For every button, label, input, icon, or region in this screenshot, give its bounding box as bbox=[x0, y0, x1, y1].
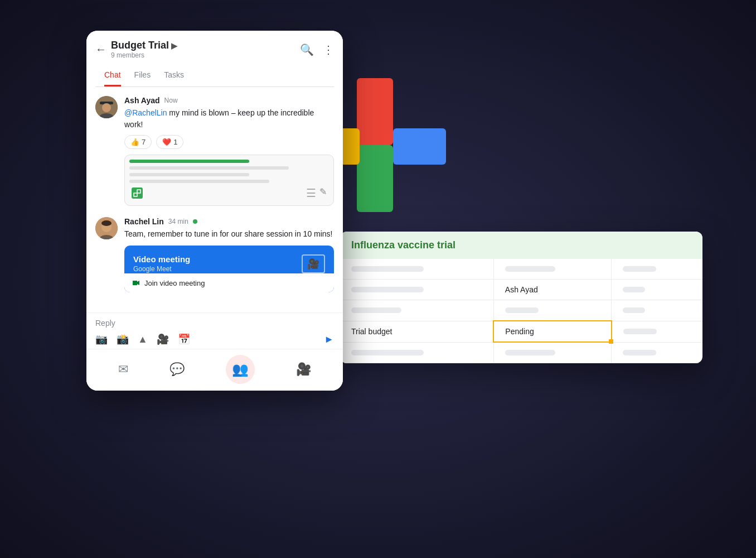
cell-pending-value[interactable]: Pending bbox=[493, 321, 612, 342]
sheet-header: Influenza vaccine trial bbox=[340, 232, 702, 259]
tab-tasks[interactable]: Tasks bbox=[164, 70, 184, 86]
table-row bbox=[340, 342, 702, 363]
svg-point-13 bbox=[101, 220, 112, 226]
placeholder-11 bbox=[505, 350, 555, 355]
placeholder-12 bbox=[623, 350, 656, 355]
table-row bbox=[340, 300, 702, 321]
tab-chat[interactable]: Chat bbox=[104, 70, 121, 86]
attachment-preview: ☰ ✎ bbox=[124, 155, 334, 206]
chat-tabs: Chat Files Tasks bbox=[95, 64, 334, 87]
svg-point-7 bbox=[102, 103, 111, 112]
tab-files[interactable]: Files bbox=[134, 70, 151, 86]
message-2-text: Team, remember to tune in for our share … bbox=[124, 228, 334, 240]
mention-rachel: @RachelLin bbox=[124, 108, 167, 117]
placeholder-4 bbox=[351, 287, 424, 292]
bottom-nav: ✉ 💬 👥 🎥 bbox=[86, 349, 343, 391]
chat-messages: Ash Ayad Now @RachelLin my mind is blown… bbox=[86, 87, 343, 312]
avatar-ash bbox=[95, 96, 118, 118]
reply-tools-left: 📷 📸 ▲ 🎥 📅 bbox=[95, 333, 190, 345]
chat-subtitle: 9 members bbox=[111, 51, 177, 59]
reaction-thumbsup[interactable]: 👍 7 bbox=[124, 135, 152, 149]
video-meeting-sub: Google Meet bbox=[133, 265, 190, 273]
avatar-rachel bbox=[95, 217, 118, 239]
placeholder-7 bbox=[505, 307, 539, 313]
chat-title-arrow: ▶ bbox=[171, 41, 177, 50]
sheet-table: Ash Ayad Trial budget Pending bbox=[340, 259, 702, 363]
message-1: Ash Ayad Now @RachelLin my mind is blown… bbox=[95, 96, 334, 206]
chat-header-left: ← Budget Trial ▶ 9 members bbox=[95, 40, 177, 59]
chat-title-group: Budget Trial ▶ 9 members bbox=[111, 40, 177, 59]
cell-label-5 bbox=[340, 342, 493, 363]
nav-mail-icon[interactable]: ✉ bbox=[118, 362, 128, 377]
svg-rect-1 bbox=[357, 145, 393, 212]
cell-value-3 bbox=[493, 300, 612, 321]
cell-extra-3 bbox=[612, 300, 702, 321]
back-icon[interactable]: ← bbox=[95, 43, 106, 56]
placeholder-5 bbox=[623, 287, 645, 292]
camera-icon[interactable]: 📸 bbox=[117, 333, 129, 345]
chat-panel: ← Budget Trial ▶ 9 members 🔍 ⋮ Chat File… bbox=[86, 31, 343, 391]
reply-input[interactable]: Reply bbox=[95, 319, 334, 328]
placeholder-1 bbox=[351, 266, 424, 272]
message-1-time: Now bbox=[164, 97, 178, 104]
message-1-text: @RachelLin my mind is blown – keep up th… bbox=[124, 107, 334, 131]
video-camera-icon: 🎥 bbox=[302, 254, 325, 273]
drive-icon[interactable]: ▲ bbox=[138, 334, 148, 345]
nav-meet-icon[interactable]: 🎥 bbox=[296, 362, 311, 377]
message-2: Rachel Lin 34 min Team, remember to tune… bbox=[95, 217, 334, 292]
nav-spaces-icon: 👥 bbox=[232, 362, 249, 377]
cell-extra-2 bbox=[612, 280, 702, 300]
placeholder-2 bbox=[505, 266, 555, 272]
chat-header-icons: 🔍 ⋮ bbox=[300, 43, 334, 56]
attachment-expand-icon[interactable] bbox=[132, 187, 143, 199]
attachment-line-4 bbox=[129, 180, 269, 183]
more-options-icon[interactable]: ⋮ bbox=[323, 43, 334, 56]
image-icon[interactable]: 📷 bbox=[95, 333, 108, 345]
reply-area: Reply 📷 📸 ▲ 🎥 📅 ► bbox=[86, 312, 343, 349]
cell-value-1 bbox=[493, 259, 612, 280]
table-row-trial-budget: Trial budget Pending bbox=[340, 321, 702, 342]
svg-rect-3 bbox=[393, 128, 446, 165]
attachment-actions: ☰ ✎ bbox=[129, 183, 329, 201]
cell-value-5 bbox=[493, 342, 612, 363]
message-1-content: Ash Ayad Now @RachelLin my mind is blown… bbox=[124, 96, 334, 206]
video-meeting-card: Video meeting Google Meet 🎥 Join video m… bbox=[124, 246, 334, 292]
reaction-heart[interactable]: ❤️ 1 bbox=[156, 135, 183, 149]
join-video-link[interactable]: Join video meeting bbox=[124, 273, 334, 292]
cell-extra-5 bbox=[612, 342, 702, 363]
table-row: Ash Ayad bbox=[340, 280, 702, 300]
message-2-sender: Rachel Lin bbox=[124, 217, 164, 226]
meet-icon bbox=[131, 278, 141, 288]
attachment-stacked-icon: ☰ bbox=[306, 186, 316, 200]
cell-trial-budget-label: Trial budget bbox=[340, 321, 493, 342]
calendar-icon[interactable]: 📅 bbox=[178, 333, 190, 345]
placeholder-6 bbox=[351, 307, 401, 313]
attachment-line-3 bbox=[129, 173, 249, 176]
nav-chat-icon[interactable]: 💬 bbox=[169, 362, 185, 377]
spreadsheet-panel: Influenza vaccine trial Ash Ayad bbox=[340, 232, 702, 363]
svg-rect-10 bbox=[137, 190, 140, 193]
cell-value-ash: Ash Ayad bbox=[493, 280, 612, 300]
search-icon[interactable]: 🔍 bbox=[300, 43, 314, 56]
placeholder-8 bbox=[623, 307, 645, 313]
video-icon[interactable]: 🎥 bbox=[157, 333, 169, 345]
placeholder-10 bbox=[351, 350, 424, 355]
message-2-content: Rachel Lin 34 min Team, remember to tune… bbox=[124, 217, 334, 292]
attachment-lines bbox=[129, 160, 329, 183]
cell-extra-1 bbox=[612, 259, 702, 280]
message-1-reactions: 👍 7 ❤️ 1 bbox=[124, 135, 334, 149]
placeholder-3 bbox=[623, 266, 656, 272]
cell-label-3 bbox=[340, 300, 493, 321]
attachment-line-2 bbox=[129, 166, 289, 170]
attachment-edit-icon[interactable]: ✎ bbox=[319, 186, 327, 200]
chat-header: ← Budget Trial ▶ 9 members 🔍 ⋮ Chat File… bbox=[86, 31, 343, 87]
cell-label-1 bbox=[340, 259, 493, 280]
svg-rect-0 bbox=[357, 78, 393, 145]
sheet-title: Influenza vaccine trial bbox=[351, 239, 691, 251]
chat-title: Budget Trial ▶ bbox=[111, 40, 177, 51]
send-icon[interactable]: ► bbox=[324, 334, 334, 345]
nav-spaces-button[interactable]: 👥 bbox=[226, 355, 255, 384]
attachment-line-1 bbox=[129, 160, 249, 163]
message-1-sender: Ash Ayad bbox=[124, 96, 160, 105]
message-1-header: Ash Ayad Now bbox=[124, 96, 334, 105]
